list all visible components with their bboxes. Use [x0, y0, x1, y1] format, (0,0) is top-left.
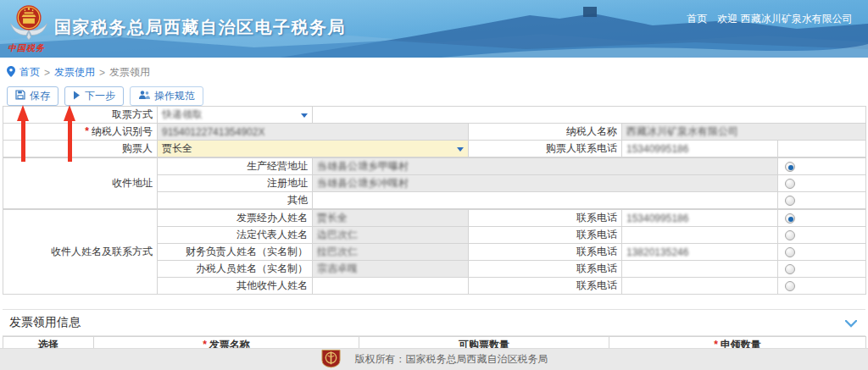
location-pin-icon	[7, 66, 15, 80]
purchaser-phone-label: 购票人联系电话	[469, 141, 622, 157]
address-table: 收件地址 生产经营地址 当雄县公塘乡甲曝村 注册地址 当雄县公塘乡冲嘎村 其他	[3, 157, 866, 209]
caret-down-icon	[457, 147, 464, 152]
breadcrumb-current: 发票领用	[109, 65, 150, 80]
next-step-label: 下一步	[85, 89, 115, 103]
invoice-handler-radio-cell	[778, 210, 866, 227]
registered-address-radio-cell	[778, 175, 866, 192]
next-step-button[interactable]: 下一步	[64, 86, 124, 106]
invoice-handler-phone: 15340995186	[622, 210, 778, 227]
radio-registered-address[interactable]	[785, 179, 795, 189]
invoice-handler-label: 发票经办人姓名	[158, 210, 313, 227]
table-row: 收件人姓名及联系方式 发票经办人姓名 贾长全 联系电话 15340995186	[3, 210, 866, 227]
site-header: 中国税务 国家税务总局西藏自治区电子税务局 首页欢迎 西藏冰川矿泉水有限公司	[0, 0, 868, 58]
empty-cell	[778, 141, 866, 157]
other-recipient-phone-input[interactable]	[622, 278, 778, 295]
breadcrumb-separator: >	[44, 67, 50, 79]
copyright-text: 版权所有：国家税务总局西藏自治区税务局	[355, 352, 548, 367]
caret-down-icon	[301, 113, 308, 118]
floppy-icon	[15, 90, 25, 102]
registered-address-value: 当雄县公塘乡冲嘎村	[313, 175, 778, 192]
other-recipient-radio-cell	[778, 278, 866, 295]
pickup-method-select[interactable]: 快递领取	[158, 107, 313, 124]
empty-cell	[313, 107, 866, 124]
finance-manager-phone: 13820135246	[622, 244, 778, 261]
purchaser-select[interactable]: 贾长全	[158, 141, 469, 157]
purchaser-phone-value: 15340995186	[622, 141, 778, 157]
radio-finance-manager[interactable]	[785, 247, 795, 257]
radio-business-address[interactable]	[785, 162, 795, 172]
radio-tax-officer[interactable]	[785, 264, 795, 274]
tax-officer-label: 办税人员姓名（实名制）	[158, 261, 313, 278]
people-icon	[138, 90, 150, 102]
other-address-input[interactable]	[313, 192, 778, 209]
legal-rep-name: 边巴次仁	[313, 227, 469, 244]
finance-manager-radio-cell	[778, 244, 866, 261]
business-address-label: 生产经营地址	[158, 158, 313, 175]
tax-officer-name: 宗吉卓嘎	[313, 261, 469, 278]
finance-manager-name: 拉巴次仁	[313, 244, 469, 261]
table-row: 收件地址 生产经营地址 当雄县公塘乡甲曝村	[3, 158, 866, 175]
header-home-link[interactable]: 首页	[687, 13, 707, 25]
operation-spec-label: 操作规范	[154, 89, 195, 103]
legal-rep-radio-cell	[778, 227, 866, 244]
operation-spec-button[interactable]: 操作规范	[130, 86, 203, 106]
phone-label: 联系电话	[469, 278, 622, 295]
radio-invoice-handler[interactable]	[785, 213, 795, 224]
business-address-radio-cell	[778, 158, 866, 175]
legal-rep-phone	[622, 227, 778, 244]
breadcrumb-invoice-use-link[interactable]: 发票使用	[54, 65, 95, 80]
radio-legal-rep[interactable]	[785, 230, 795, 240]
taxpayer-name-value: 西藏冰川矿泉水有限公司	[622, 124, 866, 141]
legal-rep-label: 法定代表人姓名	[158, 227, 313, 244]
phone-label: 联系电话	[469, 261, 622, 278]
annotation-arrow-next	[64, 105, 75, 162]
page: 中国税务 国家税务总局西藏自治区电子税务局 首页欢迎 西藏冰川矿泉水有限公司 首…	[0, 0, 868, 370]
invoice-section-bar: 发票领用信息	[3, 309, 865, 336]
table-row: *纳税人识别号 91540122741354902X 纳税人名称 西藏冰川矿泉水…	[3, 124, 866, 141]
logo-caption: 中国税务	[8, 42, 45, 54]
contact-table: 收件人姓名及联系方式 发票经办人姓名 贾长全 联系电话 15340995186 …	[3, 209, 866, 295]
radio-other-recipient[interactable]	[785, 281, 795, 291]
phone-label: 联系电话	[469, 227, 622, 244]
registered-address-label: 注册地址	[158, 175, 313, 192]
taxpayer-id-value: 91540122741354902X	[158, 124, 469, 141]
other-recipient-label: 其他收件人姓名	[158, 278, 313, 295]
footer: 版权所有：国家税务总局西藏自治区税务局	[0, 348, 868, 370]
save-button[interactable]: 保存	[7, 86, 58, 106]
header-user-area: 首页欢迎 西藏冰川矿泉水有限公司	[676, 12, 863, 26]
breadcrumb-home-link[interactable]: 首页	[19, 65, 40, 80]
breadcrumb: 首页 > 发票使用 > 发票领用	[0, 58, 868, 84]
finance-manager-label: 财务负责人姓名（实名制）	[158, 244, 313, 261]
play-icon	[73, 91, 81, 102]
table-row: 取票方式 快递领取	[3, 107, 866, 124]
address-group-label: 收件地址	[3, 158, 158, 209]
other-address-radio-cell	[778, 192, 866, 209]
table-row: 购票人 贾长全 购票人联系电话 15340995186	[3, 141, 866, 157]
contact-group-label: 收件人姓名及联系方式	[3, 210, 158, 295]
tax-emblem-icon	[9, 3, 48, 47]
site-title: 国家税务总局西藏自治区电子税务局	[54, 16, 346, 39]
radio-other-address[interactable]	[785, 196, 795, 206]
invoice-handler-name: 贾长全	[313, 210, 469, 227]
other-recipient-name-input[interactable]	[313, 278, 469, 295]
taxpayer-name-label: 纳税人名称	[469, 124, 622, 141]
business-address-value: 当雄县公塘乡甲曝村	[313, 158, 778, 175]
phone-label: 联系电话	[469, 210, 622, 227]
annotation-arrow-save	[17, 105, 29, 162]
tax-officer-radio-cell	[778, 261, 866, 278]
chevron-down-icon[interactable]	[845, 317, 857, 330]
footer-tax-logo-icon	[320, 349, 342, 370]
phone-label: 联系电话	[469, 244, 622, 261]
basic-info-table: 取票方式 快递领取 *纳税人识别号 91540122741354902X 纳税人…	[3, 106, 866, 157]
welcome-text: 欢迎 西藏冰川矿泉水有限公司	[717, 13, 852, 25]
tax-officer-phone	[622, 261, 778, 278]
save-label: 保存	[30, 89, 50, 103]
other-address-label: 其他	[158, 192, 313, 209]
toolbar: 保存 下一步 操作规范	[7, 86, 868, 106]
invoice-section-title: 发票领用信息	[9, 315, 81, 329]
breadcrumb-separator: >	[99, 67, 105, 79]
